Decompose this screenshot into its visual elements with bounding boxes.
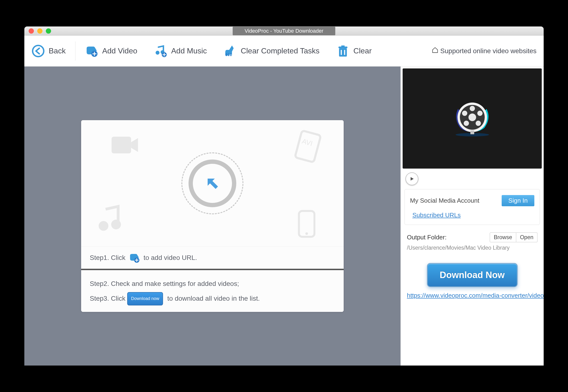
output-buttons: Browse Open xyxy=(490,233,538,242)
drop-card: AVI Step1. Click to add video URL. xyxy=(81,120,344,312)
minimize-button[interactable] xyxy=(37,28,43,34)
svg-point-2 xyxy=(156,51,160,54)
svg-text:AVI: AVI xyxy=(301,137,314,148)
video-plus-icon xyxy=(85,44,98,58)
play-button[interactable] xyxy=(406,172,418,185)
output-section: Output Folder: Browse Open /Users/claren… xyxy=(401,227,544,251)
supported-sites-label: Supported online video websites xyxy=(440,47,537,55)
clear-button[interactable]: Clear xyxy=(336,44,372,58)
home-icon xyxy=(432,47,438,55)
svg-point-28 xyxy=(464,121,469,126)
subscribed-urls-link[interactable]: Subscribed URLs xyxy=(412,211,461,219)
step1-row: Step1. Click to add video URL. xyxy=(81,247,344,269)
social-label: My Social Media Account xyxy=(410,197,479,204)
browse-button[interactable]: Browse xyxy=(490,233,516,242)
social-card: My Social Media Account Sign In Subscrib… xyxy=(405,189,540,225)
close-button[interactable] xyxy=(29,28,34,34)
svg-rect-31 xyxy=(470,130,474,134)
step3-text-a: Step3. Click xyxy=(90,295,125,302)
step2-text: Step2. Check and make settings for added… xyxy=(90,276,335,291)
back-icon xyxy=(31,44,45,58)
play-controls xyxy=(401,170,544,187)
add-music-label: Add Music xyxy=(171,46,207,55)
svg-rect-14 xyxy=(112,137,131,153)
svg-point-15 xyxy=(99,221,108,231)
svg-rect-13 xyxy=(344,50,345,55)
sidebar: My Social Media Account Sign In Subscrib… xyxy=(400,67,544,365)
svg-point-0 xyxy=(33,45,44,56)
arrow-upleft-icon xyxy=(203,174,222,193)
trash-icon xyxy=(336,44,350,58)
clear-label: Clear xyxy=(353,46,372,55)
svg-point-26 xyxy=(477,111,482,116)
svg-point-27 xyxy=(476,121,481,126)
svg-rect-5 xyxy=(226,53,227,56)
svg-text:100%: 100% xyxy=(229,53,234,56)
drop-area[interactable]: AVI xyxy=(81,120,344,247)
add-video-small-icon xyxy=(129,252,140,264)
open-button[interactable]: Open xyxy=(516,233,538,242)
toolbar: Back Add Video Add Music 100% Clear Comp… xyxy=(24,36,544,67)
music-plus-icon xyxy=(154,44,167,58)
main-body: AVI Step1. Click to add video URL. xyxy=(24,67,544,365)
window-controls xyxy=(24,28,51,34)
drop-ring-inner xyxy=(189,159,236,207)
titlebar: VideoProc - YouTube Downloader xyxy=(24,27,544,36)
back-label: Back xyxy=(49,46,66,55)
zoom-button[interactable] xyxy=(46,28,51,34)
window-title: VideoProc - YouTube Downloader xyxy=(233,27,335,35)
download-now-chip: Download now xyxy=(127,292,163,306)
step1-text-a: Step1. Click xyxy=(90,254,125,262)
output-folder-label: Output Folder: xyxy=(407,234,447,241)
svg-point-25 xyxy=(470,106,475,111)
broom-icon: 100% xyxy=(224,44,237,58)
add-video-label: Add Video xyxy=(102,46,137,55)
back-button[interactable]: Back xyxy=(31,42,75,61)
app-logo xyxy=(449,95,496,142)
download-now-button[interactable]: Download Now xyxy=(427,263,518,287)
svg-point-24 xyxy=(468,113,476,121)
svg-rect-12 xyxy=(341,50,342,55)
add-music-button[interactable]: Add Music xyxy=(154,44,207,58)
svg-point-20 xyxy=(306,232,308,235)
add-video-button[interactable]: Add Video xyxy=(85,44,137,58)
step3-row: Step3. Click Download now to download al… xyxy=(90,291,335,306)
clear-completed-label: Clear Completed Tasks xyxy=(241,46,320,55)
preview-pane xyxy=(403,69,542,168)
sign-in-button[interactable]: Sign In xyxy=(502,195,534,206)
step1-text-b: to add video URL. xyxy=(144,254,197,262)
step23-block: Step2. Check and make settings for added… xyxy=(81,270,344,312)
clear-completed-button[interactable]: 100% Clear Completed Tasks xyxy=(224,44,320,58)
svg-rect-9 xyxy=(339,48,347,56)
app-window: VideoProc - YouTube Downloader Back Add … xyxy=(24,27,544,365)
svg-rect-11 xyxy=(341,45,345,47)
step3-text-b: to download all video in the list. xyxy=(167,295,260,302)
task-pane: AVI Step1. Click to add video URL. xyxy=(24,67,400,365)
drop-ring xyxy=(181,152,243,214)
svg-point-29 xyxy=(462,111,467,116)
supported-sites-link[interactable]: Supported online video websites xyxy=(432,47,537,55)
svg-point-16 xyxy=(111,220,121,229)
output-path: /Users/clarence/Movies/Mac Video Library xyxy=(407,245,538,251)
footer-link[interactable]: https://www.videoproc.com/media-converte… xyxy=(401,292,544,304)
